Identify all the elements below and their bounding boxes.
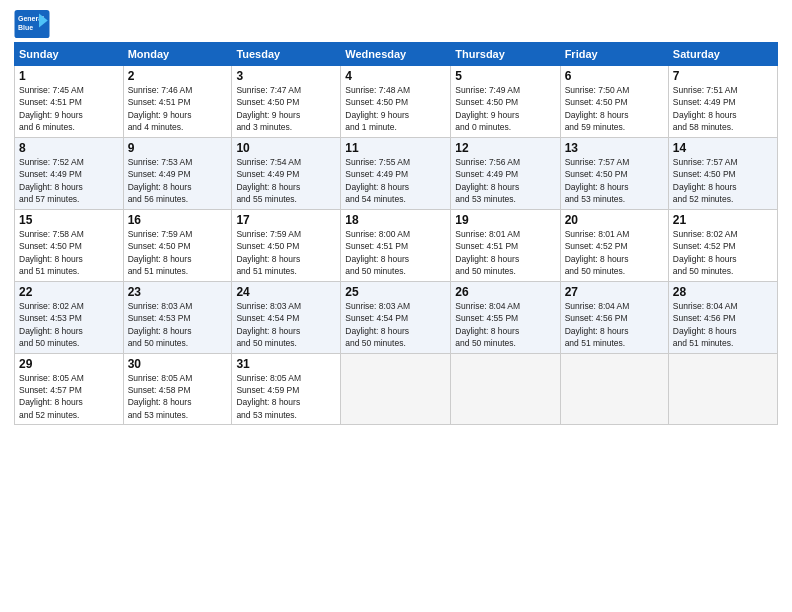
day-detail: Sunrise: 8:03 AM Sunset: 4:53 PM Dayligh… bbox=[128, 301, 193, 348]
calendar-cell: 5Sunrise: 7:49 AM Sunset: 4:50 PM Daylig… bbox=[451, 66, 560, 138]
day-detail: Sunrise: 8:04 AM Sunset: 4:56 PM Dayligh… bbox=[565, 301, 630, 348]
calendar-cell: 23Sunrise: 8:03 AM Sunset: 4:53 PM Dayli… bbox=[123, 281, 232, 353]
calendar-cell: 27Sunrise: 8:04 AM Sunset: 4:56 PM Dayli… bbox=[560, 281, 668, 353]
day-number: 6 bbox=[565, 69, 664, 83]
svg-text:Blue: Blue bbox=[18, 24, 33, 31]
day-number: 5 bbox=[455, 69, 555, 83]
calendar-cell: 19Sunrise: 8:01 AM Sunset: 4:51 PM Dayli… bbox=[451, 209, 560, 281]
day-detail: Sunrise: 8:02 AM Sunset: 4:52 PM Dayligh… bbox=[673, 229, 738, 276]
day-detail: Sunrise: 8:03 AM Sunset: 4:54 PM Dayligh… bbox=[236, 301, 301, 348]
week-row-2: 8Sunrise: 7:52 AM Sunset: 4:49 PM Daylig… bbox=[15, 137, 778, 209]
logo: General Blue bbox=[14, 10, 50, 38]
calendar-cell bbox=[451, 353, 560, 425]
day-detail: Sunrise: 7:46 AM Sunset: 4:51 PM Dayligh… bbox=[128, 85, 193, 132]
day-detail: Sunrise: 7:51 AM Sunset: 4:49 PM Dayligh… bbox=[673, 85, 738, 132]
col-header-thursday: Thursday bbox=[451, 43, 560, 66]
day-detail: Sunrise: 7:52 AM Sunset: 4:49 PM Dayligh… bbox=[19, 157, 84, 204]
day-number: 11 bbox=[345, 141, 446, 155]
col-header-friday: Friday bbox=[560, 43, 668, 66]
day-number: 2 bbox=[128, 69, 228, 83]
day-number: 31 bbox=[236, 357, 336, 371]
day-number: 20 bbox=[565, 213, 664, 227]
page-container: General Blue SundayMondayTuesdayWednesda… bbox=[0, 0, 792, 431]
day-number: 3 bbox=[236, 69, 336, 83]
day-detail: Sunrise: 7:48 AM Sunset: 4:50 PM Dayligh… bbox=[345, 85, 410, 132]
day-detail: Sunrise: 7:54 AM Sunset: 4:49 PM Dayligh… bbox=[236, 157, 301, 204]
col-header-sunday: Sunday bbox=[15, 43, 124, 66]
day-detail: Sunrise: 7:50 AM Sunset: 4:50 PM Dayligh… bbox=[565, 85, 630, 132]
calendar-cell: 11Sunrise: 7:55 AM Sunset: 4:49 PM Dayli… bbox=[341, 137, 451, 209]
day-detail: Sunrise: 8:02 AM Sunset: 4:53 PM Dayligh… bbox=[19, 301, 84, 348]
day-number: 14 bbox=[673, 141, 773, 155]
day-number: 22 bbox=[19, 285, 119, 299]
day-number: 15 bbox=[19, 213, 119, 227]
week-row-4: 22Sunrise: 8:02 AM Sunset: 4:53 PM Dayli… bbox=[15, 281, 778, 353]
calendar-cell: 9Sunrise: 7:53 AM Sunset: 4:49 PM Daylig… bbox=[123, 137, 232, 209]
calendar-cell: 16Sunrise: 7:59 AM Sunset: 4:50 PM Dayli… bbox=[123, 209, 232, 281]
day-detail: Sunrise: 8:00 AM Sunset: 4:51 PM Dayligh… bbox=[345, 229, 410, 276]
day-detail: Sunrise: 8:05 AM Sunset: 4:59 PM Dayligh… bbox=[236, 373, 301, 420]
calendar-cell: 31Sunrise: 8:05 AM Sunset: 4:59 PM Dayli… bbox=[232, 353, 341, 425]
calendar-cell: 14Sunrise: 7:57 AM Sunset: 4:50 PM Dayli… bbox=[668, 137, 777, 209]
calendar-cell bbox=[668, 353, 777, 425]
day-number: 29 bbox=[19, 357, 119, 371]
day-number: 18 bbox=[345, 213, 446, 227]
calendar-cell: 4Sunrise: 7:48 AM Sunset: 4:50 PM Daylig… bbox=[341, 66, 451, 138]
day-number: 1 bbox=[19, 69, 119, 83]
day-detail: Sunrise: 8:03 AM Sunset: 4:54 PM Dayligh… bbox=[345, 301, 410, 348]
day-detail: Sunrise: 7:57 AM Sunset: 4:50 PM Dayligh… bbox=[673, 157, 738, 204]
calendar-cell: 1Sunrise: 7:45 AM Sunset: 4:51 PM Daylig… bbox=[15, 66, 124, 138]
day-number: 24 bbox=[236, 285, 336, 299]
calendar-cell: 28Sunrise: 8:04 AM Sunset: 4:56 PM Dayli… bbox=[668, 281, 777, 353]
day-number: 27 bbox=[565, 285, 664, 299]
calendar-cell: 21Sunrise: 8:02 AM Sunset: 4:52 PM Dayli… bbox=[668, 209, 777, 281]
day-detail: Sunrise: 7:55 AM Sunset: 4:49 PM Dayligh… bbox=[345, 157, 410, 204]
day-number: 30 bbox=[128, 357, 228, 371]
calendar-cell: 6Sunrise: 7:50 AM Sunset: 4:50 PM Daylig… bbox=[560, 66, 668, 138]
week-row-1: 1Sunrise: 7:45 AM Sunset: 4:51 PM Daylig… bbox=[15, 66, 778, 138]
day-number: 7 bbox=[673, 69, 773, 83]
header-row: General Blue bbox=[14, 10, 778, 38]
col-header-tuesday: Tuesday bbox=[232, 43, 341, 66]
calendar-cell bbox=[560, 353, 668, 425]
day-detail: Sunrise: 7:58 AM Sunset: 4:50 PM Dayligh… bbox=[19, 229, 84, 276]
day-detail: Sunrise: 7:59 AM Sunset: 4:50 PM Dayligh… bbox=[128, 229, 193, 276]
day-number: 12 bbox=[455, 141, 555, 155]
day-number: 4 bbox=[345, 69, 446, 83]
day-detail: Sunrise: 7:49 AM Sunset: 4:50 PM Dayligh… bbox=[455, 85, 520, 132]
calendar-cell: 26Sunrise: 8:04 AM Sunset: 4:55 PM Dayli… bbox=[451, 281, 560, 353]
calendar-cell: 15Sunrise: 7:58 AM Sunset: 4:50 PM Dayli… bbox=[15, 209, 124, 281]
calendar-cell: 17Sunrise: 7:59 AM Sunset: 4:50 PM Dayli… bbox=[232, 209, 341, 281]
day-detail: Sunrise: 8:04 AM Sunset: 4:55 PM Dayligh… bbox=[455, 301, 520, 348]
calendar-cell: 2Sunrise: 7:46 AM Sunset: 4:51 PM Daylig… bbox=[123, 66, 232, 138]
week-row-5: 29Sunrise: 8:05 AM Sunset: 4:57 PM Dayli… bbox=[15, 353, 778, 425]
calendar-cell: 18Sunrise: 8:00 AM Sunset: 4:51 PM Dayli… bbox=[341, 209, 451, 281]
calendar-table: SundayMondayTuesdayWednesdayThursdayFrid… bbox=[14, 42, 778, 425]
day-detail: Sunrise: 8:01 AM Sunset: 4:51 PM Dayligh… bbox=[455, 229, 520, 276]
day-detail: Sunrise: 8:01 AM Sunset: 4:52 PM Dayligh… bbox=[565, 229, 630, 276]
day-number: 19 bbox=[455, 213, 555, 227]
day-number: 16 bbox=[128, 213, 228, 227]
calendar-cell: 25Sunrise: 8:03 AM Sunset: 4:54 PM Dayli… bbox=[341, 281, 451, 353]
day-detail: Sunrise: 8:05 AM Sunset: 4:58 PM Dayligh… bbox=[128, 373, 193, 420]
calendar-cell: 22Sunrise: 8:02 AM Sunset: 4:53 PM Dayli… bbox=[15, 281, 124, 353]
day-detail: Sunrise: 7:47 AM Sunset: 4:50 PM Dayligh… bbox=[236, 85, 301, 132]
day-detail: Sunrise: 7:57 AM Sunset: 4:50 PM Dayligh… bbox=[565, 157, 630, 204]
day-number: 28 bbox=[673, 285, 773, 299]
day-number: 8 bbox=[19, 141, 119, 155]
col-header-wednesday: Wednesday bbox=[341, 43, 451, 66]
day-detail: Sunrise: 8:04 AM Sunset: 4:56 PM Dayligh… bbox=[673, 301, 738, 348]
calendar-cell: 3Sunrise: 7:47 AM Sunset: 4:50 PM Daylig… bbox=[232, 66, 341, 138]
day-number: 25 bbox=[345, 285, 446, 299]
calendar-cell: 13Sunrise: 7:57 AM Sunset: 4:50 PM Dayli… bbox=[560, 137, 668, 209]
week-row-3: 15Sunrise: 7:58 AM Sunset: 4:50 PM Dayli… bbox=[15, 209, 778, 281]
day-detail: Sunrise: 7:59 AM Sunset: 4:50 PM Dayligh… bbox=[236, 229, 301, 276]
day-number: 10 bbox=[236, 141, 336, 155]
calendar-cell: 24Sunrise: 8:03 AM Sunset: 4:54 PM Dayli… bbox=[232, 281, 341, 353]
col-header-monday: Monday bbox=[123, 43, 232, 66]
calendar-cell: 30Sunrise: 8:05 AM Sunset: 4:58 PM Dayli… bbox=[123, 353, 232, 425]
calendar-cell: 20Sunrise: 8:01 AM Sunset: 4:52 PM Dayli… bbox=[560, 209, 668, 281]
day-detail: Sunrise: 7:45 AM Sunset: 4:51 PM Dayligh… bbox=[19, 85, 84, 132]
day-number: 23 bbox=[128, 285, 228, 299]
day-number: 26 bbox=[455, 285, 555, 299]
